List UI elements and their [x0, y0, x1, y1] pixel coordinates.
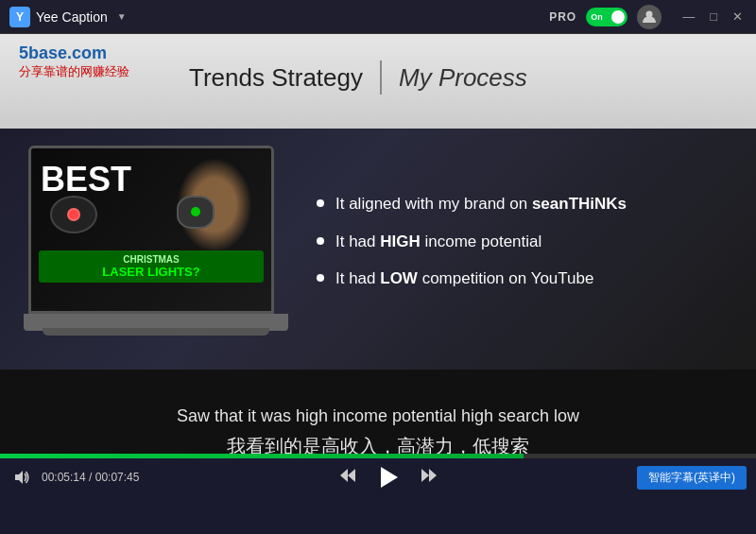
slide-sub-title: My Process [399, 63, 527, 93]
laser-lights-text: LASER LIGHTS? [46, 265, 256, 279]
laptop-best-text: BEST [41, 160, 131, 199]
main-video-area: 5base.com 分享靠谱的网赚经验 Trends Strategy My P… [0, 34, 756, 496]
svg-marker-3 [348, 469, 355, 482]
time-total: 00:07:45 [95, 471, 140, 484]
app-name-label: Yee Caption [36, 9, 108, 25]
slide-dark-section: BEST CHRISTMAS LASER LIGHTS? [0, 129, 756, 370]
bullet-dot-2 [317, 237, 324, 245]
christmas-text: CHRISTMAS [46, 254, 256, 265]
laptop-image: BEST CHRISTMAS LASER LIGHTS? [14, 146, 288, 353]
highlight-high: HIGH [380, 233, 421, 250]
laptop-stand [43, 328, 269, 336]
watermark-sub: 分享靠谱的网赚经验 [19, 63, 129, 80]
titlebar: Y Yee Caption ▼ PRO On — □ ✕ [0, 0, 756, 34]
svg-marker-1 [15, 471, 23, 484]
app-logo: Y Yee Caption ▼ [9, 7, 127, 27]
highlight-seanTHiNKs: seanTHiNKs [532, 195, 627, 213]
bullet-dot-1 [317, 199, 324, 207]
toggle-on-text: On [591, 12, 603, 22]
play-button[interactable] [371, 460, 405, 494]
slide-header: 5base.com 分享靠谱的网赚经验 Trends Strategy My P… [0, 34, 756, 129]
bullet-item-3: It had LOW competition on YouTube [317, 267, 728, 290]
close-button[interactable]: ✕ [729, 8, 747, 26]
laptop-screen: BEST CHRISTMAS LASER LIGHTS? [28, 146, 274, 314]
app-icon: Y [9, 7, 30, 27]
app-dropdown-arrow[interactable]: ▼ [117, 11, 127, 22]
equipment-icon2 [177, 196, 215, 229]
bullet-text-1: It aligned with my brand on seanTHiNKs [335, 193, 627, 215]
svg-marker-5 [429, 469, 437, 482]
laser-box: CHRISTMAS LASER LIGHTS? [39, 250, 264, 283]
svg-marker-6 [421, 469, 429, 482]
skip-forward-button[interactable] [413, 461, 445, 494]
svg-marker-2 [340, 469, 348, 482]
volume-button[interactable] [9, 465, 34, 490]
minimize-button[interactable]: — [679, 8, 698, 26]
bullet-item-1: It aligned with my brand on seanTHiNKs [317, 193, 728, 215]
bullet-points: It aligned with my brand on seanTHiNKs I… [288, 174, 756, 324]
caption-english: Saw that it was high income potential hi… [177, 406, 579, 426]
time-display: 00:05:14 / 00:07:45 [42, 471, 139, 484]
slide-area: 5base.com 分享靠谱的网赚经验 Trends Strategy My P… [0, 34, 756, 496]
slide-watermark: 5base.com 分享靠谱的网赚经验 [19, 43, 129, 80]
slide-title-area: Trends Strategy My Process [189, 60, 527, 95]
toggle-knob [611, 10, 625, 24]
maximize-button[interactable]: □ [706, 8, 721, 26]
skip-back-button[interactable] [332, 461, 364, 494]
time-separator: / [86, 471, 95, 484]
highlight-low: LOW [380, 269, 418, 287]
pro-toggle[interactable]: On [586, 8, 627, 26]
bullet-text-3: It had LOW competition on YouTube [335, 267, 593, 290]
watermark-url: 5base.com [19, 43, 129, 63]
svg-marker-4 [381, 467, 398, 488]
slide-main-title: Trends Strategy [189, 63, 363, 93]
equipment-icon [50, 196, 97, 233]
laptop-screen-content: BEST CHRISTMAS LASER LIGHTS? [31, 148, 271, 311]
slide-divider [380, 60, 382, 95]
bullet-item-2: It had HIGH income potential [317, 231, 728, 253]
window-controls: — □ ✕ [679, 8, 747, 26]
logo-letter: Y [16, 10, 24, 24]
titlebar-right-controls: PRO On — □ ✕ [549, 5, 747, 29]
pro-label: PRO [549, 10, 576, 24]
bullet-dot-3 [317, 274, 324, 282]
time-current: 00:05:14 [42, 471, 86, 484]
bullet-text-2: It had HIGH income potential [335, 231, 541, 253]
caption-badge[interactable]: 智能字幕(英译中) [637, 466, 747, 490]
controls-bar: 00:05:14 / 00:07:45 智能字幕(英译中) [0, 458, 756, 496]
user-avatar[interactable] [637, 5, 662, 29]
